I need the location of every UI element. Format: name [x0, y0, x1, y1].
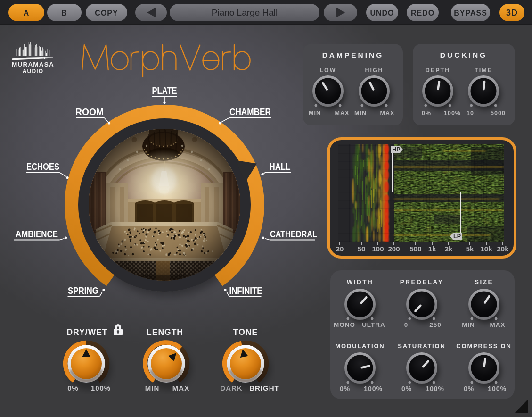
svg-text:0%: 0%	[464, 385, 474, 392]
svg-text:ROOM: ROOM	[75, 107, 104, 117]
svg-text:2k: 2k	[445, 245, 453, 253]
svg-text:MIN: MIN	[462, 321, 475, 328]
svg-text:20: 20	[336, 245, 344, 253]
svg-text:AUDIO: AUDIO	[23, 68, 44, 75]
svg-text:UNDO: UNDO	[370, 9, 394, 17]
svg-text:BRIGHT: BRIGHT	[249, 384, 279, 392]
svg-text:MURAMASA: MURAMASA	[12, 61, 54, 68]
svg-text:COMPRESSION: COMPRESSION	[456, 342, 511, 350]
svg-text:MAX: MAX	[172, 384, 189, 392]
svg-text:100%: 100%	[488, 385, 507, 392]
svg-text:500: 500	[409, 245, 421, 253]
svg-text:0%: 0%	[401, 385, 412, 392]
svg-text:250: 250	[429, 321, 442, 328]
svg-text:DUCKING: DUCKING	[440, 51, 487, 59]
svg-text:0%: 0%	[422, 110, 431, 117]
svg-text:WIDTH: WIDTH	[347, 278, 374, 285]
svg-text:REDO: REDO	[411, 9, 434, 17]
svg-text:100%: 100%	[426, 385, 444, 392]
svg-text:DEPTH: DEPTH	[426, 67, 450, 74]
svg-text:3D: 3D	[506, 8, 518, 17]
svg-text:DAMPENING: DAMPENING	[322, 51, 384, 59]
svg-text:Piano Large Hall: Piano Large Hall	[212, 8, 278, 17]
svg-text:A: A	[24, 9, 30, 17]
svg-text:10: 10	[467, 110, 474, 117]
svg-text:100%: 100%	[91, 384, 111, 392]
svg-text:MIN: MIN	[354, 110, 367, 117]
svg-text:20k: 20k	[497, 245, 509, 253]
svg-text:100: 100	[372, 245, 384, 253]
svg-text:LP: LP	[453, 233, 461, 240]
svg-text:CHAMBER: CHAMBER	[229, 107, 271, 117]
svg-text:LOW: LOW	[319, 67, 336, 74]
svg-text:MODULATION: MODULATION	[335, 342, 385, 350]
svg-text:DRY/WET: DRY/WET	[66, 327, 107, 337]
svg-text:HP: HP	[392, 146, 400, 153]
svg-text:ECHOES: ECHOES	[26, 161, 59, 172]
svg-text:TIME: TIME	[475, 67, 492, 74]
svg-text:MIN: MIN	[145, 384, 160, 392]
svg-text:100%: 100%	[364, 385, 383, 392]
svg-text:INFINITE: INFINITE	[229, 285, 262, 296]
svg-text:200: 200	[388, 245, 400, 253]
svg-text:LENGTH: LENGTH	[147, 327, 183, 337]
svg-text:HALL: HALL	[270, 161, 291, 172]
svg-text:100%: 100%	[444, 110, 461, 117]
svg-text:MONO: MONO	[334, 321, 355, 328]
svg-text:HIGH: HIGH	[365, 67, 383, 74]
svg-text:ULTRA: ULTRA	[362, 321, 385, 328]
svg-text:0: 0	[404, 321, 409, 328]
svg-text:B: B	[61, 9, 67, 17]
svg-text:1k: 1k	[428, 245, 436, 253]
svg-text:TONE: TONE	[233, 327, 258, 337]
svg-text:5k: 5k	[466, 245, 474, 253]
svg-text:0%: 0%	[340, 385, 350, 392]
svg-text:SPRING: SPRING	[68, 285, 98, 296]
svg-text:CATHEDRAL: CATHEDRAL	[270, 229, 317, 239]
svg-text:0%: 0%	[67, 384, 79, 392]
svg-text:COPY: COPY	[95, 9, 118, 17]
svg-text:10k: 10k	[480, 245, 492, 253]
svg-text:MAX: MAX	[490, 321, 506, 328]
svg-text:AMBIENCE: AMBIENCE	[16, 229, 58, 239]
svg-text:MIN: MIN	[309, 110, 321, 117]
svg-text:PLATE: PLATE	[152, 85, 177, 96]
svg-text:DARK: DARK	[220, 384, 242, 392]
svg-text:PREDELAY: PREDELAY	[400, 278, 443, 285]
svg-text:MAX: MAX	[335, 110, 350, 117]
svg-text:BYPASS: BYPASS	[454, 9, 487, 17]
svg-text:MAX: MAX	[380, 110, 395, 117]
svg-text:5000: 5000	[491, 110, 506, 117]
svg-text:SIZE: SIZE	[475, 278, 493, 285]
svg-text:50: 50	[358, 245, 366, 253]
svg-text:SATURATION: SATURATION	[398, 342, 445, 350]
